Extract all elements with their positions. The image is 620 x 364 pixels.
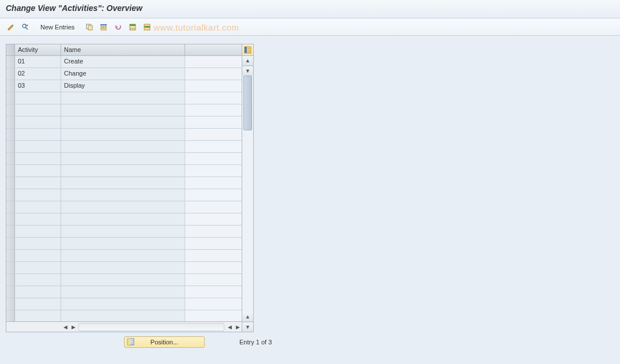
table-row[interactable] [6,274,242,286]
cell-activity[interactable]: 03 [15,80,61,92]
row-indicator[interactable] [6,56,15,67]
row-indicator[interactable] [6,92,15,104]
table-row[interactable] [6,92,242,104]
table-row[interactable] [6,226,242,238]
cell-name[interactable] [61,262,185,273]
hscroll-track[interactable] [78,323,224,331]
table-row[interactable] [6,165,242,177]
position-button[interactable]: Position... [124,336,205,348]
cell-name[interactable] [61,310,185,321]
row-indicator[interactable] [6,298,15,310]
cell-activity[interactable] [15,274,61,286]
table-row[interactable] [6,213,242,226]
table-row[interactable] [6,141,242,153]
row-indicator[interactable] [6,165,15,177]
select-all-icon[interactable] [126,21,139,33]
row-indicator[interactable] [6,129,15,140]
row-indicator[interactable] [6,201,15,213]
table-row[interactable]: 03Display [6,80,242,92]
delete-icon[interactable] [97,21,110,33]
cell-name[interactable] [61,189,185,201]
row-indicator[interactable] [6,250,15,261]
other-view-icon[interactable] [19,21,32,33]
cell-activity[interactable] [15,310,61,321]
table-settings-icon[interactable] [242,44,253,56]
cell-activity[interactable] [15,201,61,213]
row-indicator[interactable] [6,213,15,225]
table-row[interactable] [6,286,242,298]
cell-activity[interactable] [15,141,61,152]
cell-name[interactable] [61,250,185,261]
cell-activity[interactable] [15,153,61,164]
table-row[interactable] [6,117,242,129]
cell-activity[interactable] [15,238,61,249]
table-row[interactable] [6,262,242,274]
row-indicator[interactable] [6,68,15,80]
hscroll-right-icon[interactable]: ◀ [226,323,234,331]
cell-name[interactable] [61,238,185,249]
header-indicator[interactable] [6,44,15,55]
cell-name[interactable] [61,213,185,225]
cell-name[interactable] [61,165,185,177]
copy-as-icon[interactable] [83,21,96,33]
cell-activity[interactable] [15,117,61,128]
vscroll-thumb[interactable] [243,76,252,130]
cell-name[interactable]: Display [61,80,185,92]
column-header-name[interactable]: Name [61,44,185,55]
cell-activity[interactable] [15,92,61,104]
table-row[interactable] [6,298,242,310]
cell-name[interactable] [61,274,185,286]
row-indicator[interactable] [6,104,15,116]
table-row[interactable] [6,201,242,213]
cell-activity[interactable] [15,213,61,225]
toggle-display-change-icon[interactable] [5,21,17,33]
cell-name[interactable] [61,177,185,189]
row-indicator[interactable] [6,310,15,321]
new-entries-button[interactable]: New Entries [36,22,79,32]
cell-name[interactable]: Change [61,68,185,80]
cell-activity[interactable]: 02 [15,68,61,80]
hscroll-left-icon[interactable]: ▶ [69,323,77,331]
row-indicator[interactable] [6,226,15,237]
table-row[interactable] [6,238,242,250]
cell-name[interactable] [61,286,185,298]
cell-name[interactable] [61,104,185,116]
table-row[interactable] [6,104,242,117]
cell-activity[interactable] [15,104,61,116]
cell-name[interactable] [61,141,185,152]
table-row[interactable]: 01Create [6,56,242,68]
vscroll-step-up-icon[interactable]: ▲ [242,312,253,322]
row-indicator[interactable] [6,286,15,298]
cell-name[interactable] [61,129,185,140]
cell-activity[interactable] [15,226,61,237]
row-indicator[interactable] [6,153,15,164]
row-indicator[interactable] [6,238,15,249]
cell-activity[interactable] [15,129,61,140]
row-indicator[interactable] [6,141,15,152]
table-row[interactable] [6,153,242,165]
cell-activity[interactable]: 01 [15,56,61,67]
cell-name[interactable]: Create [61,56,185,67]
table-row[interactable] [6,189,242,201]
cell-activity[interactable] [15,262,61,273]
vscroll-up-icon[interactable]: ▲ [242,56,253,66]
vscroll-down-icon[interactable]: ▼ [242,322,253,332]
table-row[interactable] [6,250,242,262]
cell-activity[interactable] [15,177,61,189]
hscroll-seek-left-icon[interactable]: ◀ [61,323,69,331]
cell-name[interactable] [61,92,185,104]
table-row[interactable] [6,177,242,189]
cell-activity[interactable] [15,250,61,261]
table-row[interactable] [6,129,242,141]
row-indicator[interactable] [6,274,15,286]
hscroll-seek-right-icon[interactable]: ▶ [234,323,242,331]
cell-activity[interactable] [15,286,61,298]
table-row[interactable]: 02Change [6,68,242,80]
row-indicator[interactable] [6,117,15,128]
row-indicator[interactable] [6,262,15,273]
row-indicator[interactable] [6,177,15,189]
cell-activity[interactable] [15,298,61,310]
row-indicator[interactable] [6,80,15,92]
cell-name[interactable] [61,117,185,128]
select-block-icon[interactable] [141,21,153,33]
